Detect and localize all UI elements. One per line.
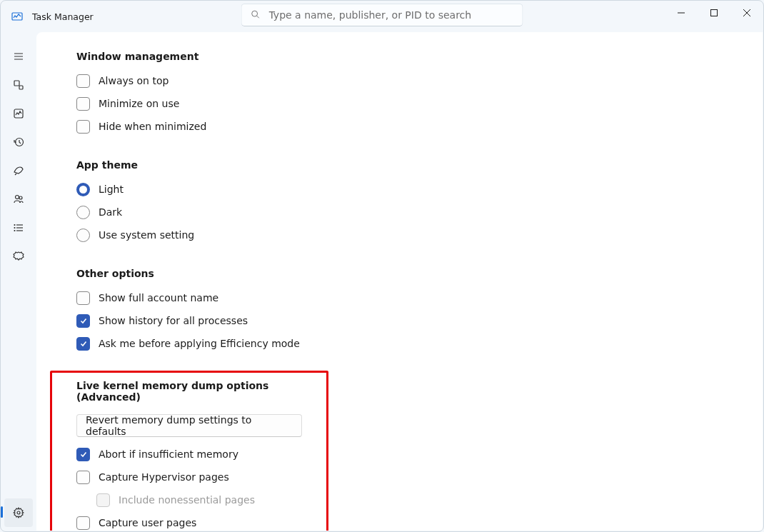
option-always-on-top[interactable]: Always on top <box>76 69 737 92</box>
svg-rect-11 <box>19 86 23 89</box>
close-button[interactable] <box>730 1 763 25</box>
option-theme-dark[interactable]: Dark <box>76 201 737 224</box>
checkbox-icon <box>76 516 90 530</box>
search-input[interactable] <box>269 9 514 21</box>
option-label: Light <box>99 184 124 195</box>
svg-line-2 <box>257 16 259 18</box>
svg-point-22 <box>14 231 15 231</box>
section-window-management: Window management Always on top Minimize… <box>76 51 737 138</box>
radio-icon <box>76 206 90 219</box>
search-box[interactable] <box>241 4 523 26</box>
option-theme-system[interactable]: Use system setting <box>76 224 737 246</box>
option-label: Always on top <box>99 75 169 86</box>
revert-dump-button[interactable]: Revert memory dump settings to defaults <box>76 414 302 437</box>
app-icon <box>11 10 24 23</box>
svg-point-20 <box>14 225 15 226</box>
option-theme-light[interactable]: Light <box>76 178 737 201</box>
option-label: Capture user pages <box>99 517 196 528</box>
option-label: Abort if insufficient memory <box>99 448 238 460</box>
option-include-nonessential: Include nonessential pages <box>76 488 302 511</box>
section-title: Window management <box>76 51 737 62</box>
sidebar <box>1 32 36 531</box>
svg-rect-10 <box>14 81 19 86</box>
search-icon <box>251 9 261 22</box>
nav-history[interactable] <box>4 128 33 156</box>
nav-performance[interactable] <box>4 99 33 128</box>
option-label: Ask me before applying Efficiency mode <box>99 338 300 349</box>
button-label: Revert memory dump settings to defaults <box>86 414 293 437</box>
option-history-all[interactable]: Show history for all processes <box>76 309 737 332</box>
section-kernel-dump-highlight: Live kernel memory dump options (Advance… <box>50 371 328 531</box>
svg-point-16 <box>19 196 22 199</box>
checkbox-icon <box>76 448 90 461</box>
svg-point-1 <box>252 11 258 16</box>
option-label: Use system setting <box>99 229 194 241</box>
option-label: Include nonessential pages <box>119 494 255 506</box>
svg-line-14 <box>15 174 16 175</box>
checkbox-icon <box>76 120 90 134</box>
option-label: Hide when minimized <box>99 121 206 132</box>
option-capture-user-pages[interactable]: Capture user pages <box>76 511 302 531</box>
checkbox-icon <box>76 291 90 305</box>
option-efficiency-mode[interactable]: Ask me before applying Efficiency mode <box>76 332 737 355</box>
svg-point-21 <box>14 228 15 229</box>
checkbox-icon <box>96 493 110 507</box>
section-other-options: Other options Show full account name Sho… <box>76 268 737 355</box>
nav-hamburger[interactable] <box>4 42 33 71</box>
option-full-account[interactable]: Show full account name <box>76 286 737 309</box>
radio-icon <box>76 183 90 196</box>
maximize-button[interactable] <box>698 1 730 25</box>
nav-startup[interactable] <box>4 156 33 185</box>
nav-processes[interactable] <box>4 71 33 99</box>
option-abort-insufficient[interactable]: Abort if insufficient memory <box>76 443 302 466</box>
svg-point-23 <box>17 511 20 514</box>
option-capture-hypervisor[interactable]: Capture Hypervisor pages <box>76 466 302 488</box>
option-label: Show full account name <box>99 292 218 303</box>
section-title: Live kernel memory dump options (Advance… <box>76 380 302 403</box>
section-title: Other options <box>76 268 737 279</box>
checkbox-icon <box>76 97 90 111</box>
nav-settings[interactable] <box>4 498 33 527</box>
checkbox-icon <box>76 471 90 484</box>
window-controls <box>665 1 763 25</box>
checkbox-icon <box>76 314 90 328</box>
checkbox-icon <box>76 337 90 351</box>
option-hide-when-minimized[interactable]: Hide when minimized <box>76 115 737 138</box>
checkbox-icon <box>76 74 90 88</box>
nav-details[interactable] <box>4 214 33 242</box>
nav-users[interactable] <box>4 185 33 214</box>
titlebar: Task Manager <box>1 1 763 32</box>
window-title: Task Manager <box>32 11 94 22</box>
option-label: Show history for all processes <box>99 315 248 326</box>
radio-icon <box>76 229 90 242</box>
option-label: Capture Hypervisor pages <box>99 471 229 483</box>
nav-services[interactable] <box>4 242 33 271</box>
option-label: Minimize on use <box>99 98 179 109</box>
settings-content: Window management Always on top Minimize… <box>36 32 763 531</box>
option-label: Dark <box>99 206 122 218</box>
minimize-button[interactable] <box>665 1 698 25</box>
svg-rect-4 <box>711 10 718 16</box>
svg-point-15 <box>16 196 19 199</box>
section-app-theme: App theme Light Dark Use system setting <box>76 159 737 246</box>
option-minimize-on-use[interactable]: Minimize on use <box>76 92 737 115</box>
section-title: App theme <box>76 159 737 171</box>
